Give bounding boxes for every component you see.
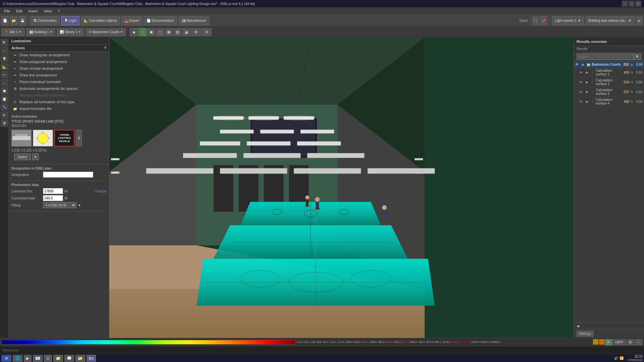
maximize-button[interactable]: □ — [629, 1, 635, 7]
action-draw-line[interactable]: •• Draw line arrangement — [9, 72, 109, 78]
taskbar-outlook[interactable]: 📧 — [33, 355, 43, 362]
svg-rect-47 — [247, 141, 290, 145]
collapse-right-arrow[interactable]: ◀ — [577, 324, 579, 328]
taskbar-play[interactable]: ▶ — [24, 355, 32, 362]
storey-dropdown[interactable]: 📊 Storey 1 ▼ — [57, 28, 84, 36]
brush-btn[interactable]: 🖌 — [636, 16, 643, 25]
view-monitor[interactable]: ⊞ — [191, 28, 201, 36]
select-dropdown[interactable]: ▼ — [32, 154, 39, 160]
menu-help[interactable]: ? — [55, 8, 62, 14]
action-import[interactable]: 📁 Import luminaire file — [9, 105, 109, 112]
action-draw-rect[interactable]: •• Draw rectangular arrangement — [9, 52, 109, 58]
visibility-icon-cs2[interactable]: 👁 — [579, 80, 584, 84]
view-mix2[interactable]: ▢ — [156, 28, 164, 36]
settings-button[interactable]: Settings — [577, 331, 593, 337]
taskbar-skype[interactable]: 💬 — [64, 355, 74, 362]
side-icon-11[interactable]: 🔮 — [1, 119, 8, 127]
side-icon-8[interactable]: 📋 — [1, 95, 8, 103]
light-btn[interactable]: 💡 Light — [61, 16, 79, 25]
visibility-icon-cs3[interactable]: 👁 — [579, 90, 584, 94]
view-mix4[interactable]: ▧ — [173, 28, 181, 36]
view-filled[interactable]: ■ — [130, 28, 138, 36]
fullscreen-btn[interactable]: ⛶ — [532, 16, 539, 25]
taskbar-chrome[interactable]: ⊙ — [44, 355, 52, 362]
fitting-select[interactable]: 4 x FDH 54 W — [43, 202, 76, 208]
minimize-button[interactable]: ─ — [622, 1, 628, 7]
cs2-icon: ↕ — [590, 80, 595, 84]
close-button[interactable]: ✕ — [635, 1, 641, 7]
side-icon-4[interactable]: 📐 — [1, 63, 8, 70]
building-dropdown[interactable]: 🏢 Building 1 ▼ — [26, 28, 56, 36]
manufacturer-btn[interactable]: 🏭 Manufacturer — [178, 16, 209, 25]
result-calc-surface-3[interactable]: 👁 ▶ ↕ Calculation surface 3 537 lx 0.91 — [574, 87, 644, 97]
calculation-btn[interactable]: 📐 Calculation objects — [81, 16, 120, 25]
toolbar-save[interactable]: 💾 — [19, 16, 26, 25]
expand-cs1[interactable]: ▶ — [585, 71, 589, 74]
viewport[interactable] — [109, 38, 574, 338]
menu-view[interactable]: View — [41, 8, 54, 14]
toolbar-open[interactable]: 📂 — [10, 16, 17, 25]
luminous-flux-input[interactable] — [43, 188, 63, 194]
view-mix1[interactable]: ▣ — [147, 28, 155, 36]
result-calc-surface-1[interactable]: 👁 ▶ ↕ Calculation surface 1 493 lx 0.91 — [574, 68, 644, 77]
taskbar-dialux[interactable]: Dx — [87, 355, 96, 362]
visibility-icon-cs4[interactable]: 👁 — [579, 100, 584, 104]
light-scenes-btn[interactable]: Light scenes 1 ▼ — [552, 16, 584, 25]
select-button[interactable]: Select — [14, 154, 31, 160]
expand-cs4[interactable]: ▶ — [585, 100, 589, 103]
building-outdoor-btn[interactable]: Building and outdoor pla... ▼ — [585, 16, 635, 25]
documentation-btn[interactable]: 📄 Documentation — [144, 16, 177, 25]
visibility-icon-cs1[interactable]: 👁 — [579, 71, 584, 74]
action-draw-poly[interactable]: •• Draw polygonal arrangement — [9, 58, 109, 65]
side-icon-1[interactable]: 🔍 — [1, 39, 8, 46]
toolbar-new[interactable]: 📄 — [1, 16, 9, 25]
start-button[interactable]: ⊞ — [1, 355, 11, 362]
view-split1[interactable]: ◪ — [182, 28, 190, 36]
action-draw-circle[interactable]: • Draw circular arrangement — [9, 65, 109, 72]
search-button[interactable]: 🔍 — [634, 53, 641, 60]
side-icon-5[interactable]: ✏ — [1, 71, 8, 78]
view-mix3[interactable]: ▦ — [165, 28, 173, 36]
side-icon-2[interactable]: ○ — [1, 47, 8, 54]
luminaire-info-btn[interactable]: ℹ — [76, 130, 82, 146]
change-link[interactable]: Change — [95, 189, 106, 193]
pin-btn[interactable]: 📌 — [540, 16, 547, 25]
help-icon[interactable]: ? — [104, 46, 106, 50]
taskbar-explorer[interactable]: 📁 — [53, 355, 63, 362]
side-icon-9[interactable]: 🔧 — [1, 103, 8, 111]
action-auto-arrange[interactable]: ⊞ Automatic arrangements for spaces — [9, 85, 109, 92]
action-place-individual[interactable]: • Place individual luminaire — [9, 78, 109, 85]
fitting-dropdown-arrow[interactable]: ▼ — [78, 203, 81, 207]
unit-lx-button[interactable]: lx — [605, 339, 612, 345]
view-layout[interactable]: ⊟ — [202, 28, 212, 36]
connected-load-input[interactable] — [43, 195, 63, 201]
site-dropdown[interactable]: 📍 Site 1 ▼ — [1, 28, 25, 36]
visibility-icon-courts[interactable]: 👁 — [575, 63, 580, 66]
search-input[interactable] — [577, 53, 634, 60]
result-calc-surface-4[interactable]: 👁 ▶ ↕ Calculation surface 4 490 lx 0.91 — [574, 97, 644, 107]
cs-val-2: 0.43 — [303, 341, 309, 344]
unit-extra-button[interactable]: ⊞ — [627, 339, 634, 345]
construction-btn[interactable]: 🏗 Construction — [31, 16, 60, 25]
expand-cs3[interactable]: ▶ — [585, 90, 589, 94]
designation-input[interactable] — [43, 172, 93, 178]
side-icon-3[interactable]: 💡 — [1, 55, 8, 62]
export-btn[interactable]: 📤 Export — [121, 16, 142, 25]
menu-file[interactable]: File — [1, 8, 13, 14]
menu-edit[interactable]: Edit — [13, 8, 25, 14]
side-icon-7[interactable]: 🔲 — [1, 87, 8, 95]
taskbar-ie[interactable]: 🌐 — [13, 355, 22, 362]
menu-insert[interactable]: Insert — [26, 8, 41, 14]
expand-courts[interactable]: ▶ — [581, 63, 585, 66]
unit-cdm2-button[interactable]: cd/m² — [613, 339, 626, 345]
expand-cs2[interactable]: ▶ — [585, 80, 589, 84]
result-badminton-courts[interactable]: 👁 ▶ 🏢 Badminton Courts 202 lx 0.00 — [574, 62, 644, 68]
side-icon-10[interactable]: ⚙ — [1, 111, 8, 119]
taskbar-files[interactable]: 📂 — [75, 355, 85, 362]
space-dropdown[interactable]: ⚟ Badminton Courts ▼ — [86, 28, 126, 36]
result-calc-surface-2[interactable]: 👁 ▶ ↕ Calculation surface 2 534 lx 0.85 — [574, 77, 644, 87]
unit-arrows-button[interactable]: ↔ — [635, 339, 643, 345]
side-icon-6[interactable]: ↔ — [1, 79, 8, 86]
action-replace-all[interactable]: ↻ Replace all luminaires of this type — [9, 99, 109, 105]
view-wire[interactable]: □ — [139, 28, 147, 36]
